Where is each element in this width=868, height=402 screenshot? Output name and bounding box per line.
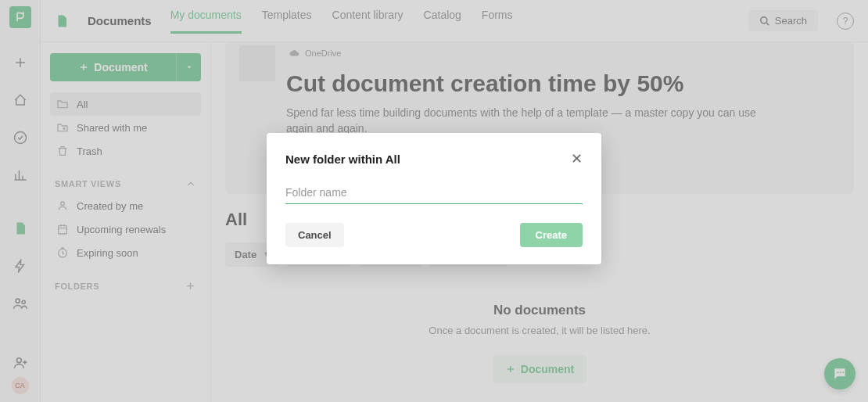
modal-title: New folder within All [285,153,400,166]
create-button[interactable]: Create [520,223,583,247]
modal-overlay[interactable]: New folder within All ✕ Cancel Create [0,0,868,402]
cancel-button[interactable]: Cancel [285,223,344,247]
close-icon[interactable]: ✕ [571,150,583,167]
new-folder-modal: New folder within All ✕ Cancel Create [267,133,601,264]
folder-name-input[interactable] [285,180,583,204]
